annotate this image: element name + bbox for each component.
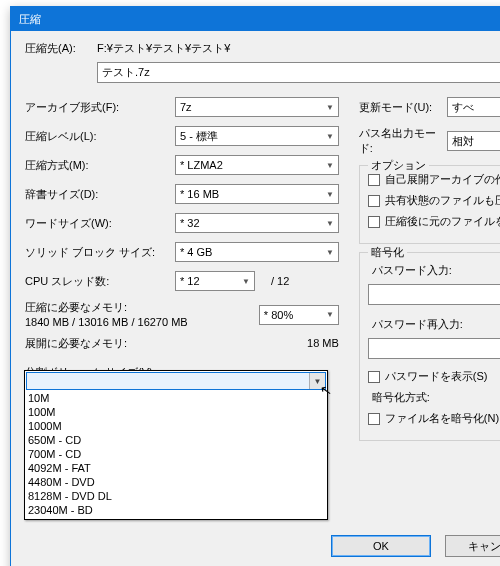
chevron-down-icon: ▼ [242, 277, 250, 286]
encryption-group: 暗号化 パスワード入力: パスワード再入力: パスワードを表示(S) 暗号化方式… [359, 252, 500, 441]
decompress-mem-label: 展開に必要なメモリ: [25, 336, 127, 351]
split-size-option[interactable]: 23040M - BD [28, 503, 324, 517]
cursor-icon: ↖ [319, 381, 334, 399]
dest-filename-input[interactable] [97, 62, 500, 83]
word-select[interactable]: * 32▼ [175, 213, 339, 233]
solid-select[interactable]: * 4 GB▼ [175, 242, 339, 262]
split-size-option[interactable]: 10M [28, 391, 324, 405]
chevron-down-icon: ▼ [326, 248, 334, 257]
split-size-option[interactable]: 4092M - FAT [28, 461, 324, 475]
chevron-down-icon: ▼ [326, 103, 334, 112]
delete-checkbox[interactable]: 圧縮後に元のファイルを削除 [368, 214, 500, 229]
split-size-combobox[interactable]: ▼ [26, 372, 326, 390]
update-mode-label: 更新モード(U): [359, 100, 447, 115]
split-size-option[interactable]: 1000M [28, 419, 324, 433]
archive-format-select[interactable]: 7z▼ [175, 97, 339, 117]
split-size-option[interactable]: 700M - CD [28, 447, 324, 461]
checkbox-icon [368, 216, 380, 228]
cpu-label: CPU スレッド数: [25, 274, 175, 289]
titlebar[interactable]: 圧縮 [11, 7, 500, 31]
checkbox-icon [368, 413, 380, 425]
solid-label: ソリッド ブロック サイズ: [25, 245, 175, 260]
cpu-select[interactable]: * 12▼ [175, 271, 255, 291]
checkbox-icon [368, 195, 380, 207]
show-pass-checkbox[interactable]: パスワードを表示(S) [368, 369, 500, 384]
method-label: 圧縮方式(M): [25, 158, 175, 173]
level-label: 圧縮レベル(L): [25, 129, 175, 144]
decompress-mem-value: 18 MB [279, 337, 339, 349]
chevron-down-icon: ▼ [326, 310, 334, 319]
button-bar: OK キャンセル [331, 535, 500, 557]
password2-label: パスワード再入力: [372, 317, 500, 332]
dict-select[interactable]: * 16 MB▼ [175, 184, 339, 204]
dict-label: 辞書サイズ(D): [25, 187, 175, 202]
dest-label: 圧縮先(A): [25, 41, 97, 56]
path-mode-select[interactable]: 相対 [447, 131, 500, 151]
path-mode-label: パス名出力モード: [359, 126, 447, 156]
compress-mem-select[interactable]: * 80%▼ [259, 305, 339, 325]
dest-path: F:¥テスト¥テスト¥テスト¥ [97, 41, 500, 56]
chevron-down-icon: ▼ [326, 161, 334, 170]
sfx-checkbox[interactable]: 自己展開アーカイブの作成( [368, 172, 500, 187]
password1-label: パスワード入力: [372, 263, 500, 278]
split-size-options: 10M100M1000M650M - CD700M - CD4092M - FA… [25, 391, 327, 519]
password2-input[interactable] [368, 338, 500, 359]
checkbox-icon [368, 174, 380, 186]
level-select[interactable]: 5 - 標準▼ [175, 126, 339, 146]
update-mode-select[interactable]: すべ [447, 97, 500, 117]
split-size-dropdown[interactable]: ▼ 10M100M1000M650M - CD700M - CD4092M - … [24, 370, 328, 520]
share-checkbox[interactable]: 共有状態のファイルも圧縮 [368, 193, 500, 208]
ok-button[interactable]: OK [331, 535, 431, 557]
enc-filenames-checkbox[interactable]: ファイル名を暗号化(N) [368, 411, 500, 426]
compress-mem-detail: 1840 MB / 13016 MB / 16270 MB [25, 315, 188, 330]
split-size-option[interactable]: 650M - CD [28, 433, 324, 447]
split-size-option[interactable]: 100M [28, 405, 324, 419]
password1-input[interactable] [368, 284, 500, 305]
encryption-legend: 暗号化 [368, 245, 407, 260]
chevron-down-icon: ▼ [326, 132, 334, 141]
checkbox-icon [368, 371, 380, 383]
chevron-down-icon: ▼ [326, 219, 334, 228]
enc-method-label: 暗号化方式: [372, 390, 500, 405]
options-legend: オプション [368, 158, 429, 173]
chevron-down-icon: ▼ [326, 190, 334, 199]
cpu-total: / 12 [271, 275, 289, 287]
method-select[interactable]: * LZMA2▼ [175, 155, 339, 175]
split-size-option[interactable]: 8128M - DVD DL [28, 489, 324, 503]
split-size-option[interactable]: 4480M - DVD [28, 475, 324, 489]
right-column: 更新モード(U): すべ パス名出力モード: 相対 オプション 自己展開アーカイ… [359, 97, 500, 449]
window-title: 圧縮 [19, 13, 41, 25]
word-label: ワードサイズ(W): [25, 216, 175, 231]
compress-mem-label: 圧縮に必要なメモリ: [25, 300, 188, 315]
archive-format-label: アーカイブ形式(F): [25, 100, 175, 115]
cancel-button[interactable]: キャンセル [445, 535, 500, 557]
options-group: オプション 自己展開アーカイブの作成( 共有状態のファイルも圧縮 圧縮後に元のフ… [359, 165, 500, 244]
